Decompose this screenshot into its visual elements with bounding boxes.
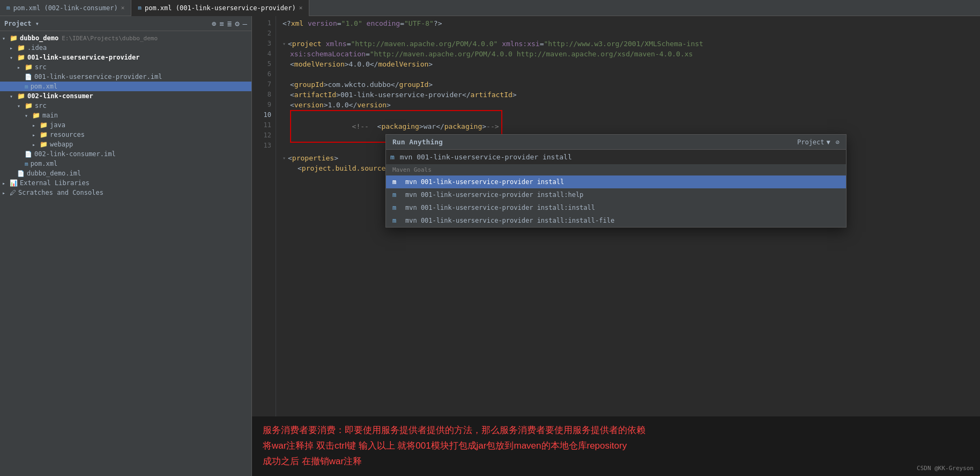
code-line-6 bbox=[283, 69, 980, 79]
run-anything-scope: Project ▼ ⊘ bbox=[797, 138, 840, 146]
options-icon[interactable]: ≣ bbox=[227, 19, 232, 28]
sublabel-dubbo-demo: E:\IDEA\Projects\dubbo_demo bbox=[62, 35, 158, 42]
m-icon-consumer-pom: m bbox=[25, 160, 28, 167]
sidebar-item-consumer-src[interactable]: 📁 src bbox=[0, 101, 251, 111]
arrow-consumer-resources bbox=[32, 132, 40, 138]
tab-pom-consumer-icon: m bbox=[6, 4, 10, 11]
sidebar-item-consumer-iml[interactable]: 📄 002-link-consumer.iml bbox=[0, 149, 251, 159]
folder-icon-provider-src: 📁 bbox=[25, 63, 33, 71]
sidebar-item-dubbo-iml[interactable]: 📄 dubbo_demo.iml bbox=[0, 169, 251, 178]
annotation-line-2: 将war注释掉 双击ctrl键 输入以上 就将001模块打包成jar包放到mav… bbox=[263, 438, 969, 454]
m-icon-provider-pom: m bbox=[25, 83, 28, 90]
tab-pom-consumer-close[interactable]: ✕ bbox=[121, 4, 125, 11]
sidebar-item-scratches[interactable]: 🖊 Scratches and Consoles bbox=[0, 188, 251, 197]
sidebar-item-external-libraries[interactable]: 📊 External Libraries bbox=[0, 178, 251, 188]
main-container: Project ▾ ⊕ ≡ ≣ ⚙ — 📁 dubbo_demo E:\IDEA… bbox=[0, 16, 980, 476]
sidebar-item-idea[interactable]: 📁 .idea bbox=[0, 43, 251, 53]
folder-icon-dubbo-demo: 📁 bbox=[10, 34, 18, 42]
arrow-consumer-java bbox=[32, 122, 40, 128]
annotation-line-3: 成功之后 在撤销war注释 bbox=[263, 454, 969, 470]
run-anything-title: Run Anything bbox=[392, 138, 443, 146]
minimize-icon[interactable]: — bbox=[243, 19, 247, 28]
suggestion-4-icon: m bbox=[392, 217, 401, 224]
label-scratches: Scratches and Consoles bbox=[18, 189, 103, 196]
label-consumer-webapp: webapp bbox=[50, 141, 73, 148]
tab-pom-provider-icon: m bbox=[138, 4, 142, 11]
editor-area: 1 2 3 4 5 6 7 8 9 10 11 12 13 bbox=[252, 16, 980, 476]
sidebar-item-consumer-pom[interactable]: m pom.xml bbox=[0, 159, 251, 169]
label-idea: .idea bbox=[27, 44, 47, 52]
suggestion-2-text: mvn 001-link-userservice-provider instal… bbox=[405, 191, 583, 199]
code-line-7: <groupId>com.wkcto.dubbo</groupId> bbox=[283, 79, 980, 90]
tree-view: 📁 dubbo_demo E:\IDEA\Projects\dubbo_demo… bbox=[0, 31, 251, 476]
tab-pom-provider-close[interactable]: ✕ bbox=[299, 4, 303, 11]
tab-pom-consumer[interactable]: m pom.xml (002-link-consumer) ✕ bbox=[0, 0, 131, 16]
sidebar-item-provider-iml[interactable]: 📄 001-link-userservice-provider.iml bbox=[0, 72, 251, 82]
label-provider-src: src bbox=[35, 63, 47, 71]
tab-bar: m pom.xml (002-link-consumer) ✕ m pom.xm… bbox=[0, 0, 980, 16]
run-suggestion-4[interactable]: m mvn 001-link-userservice-provider inst… bbox=[386, 214, 846, 227]
label-consumer-pom: pom.xml bbox=[31, 160, 58, 167]
annotation-line-1: 服务消费者要消费：即要使用服务提供者提供的方法，那么服务消费者要使用服务提供者的… bbox=[263, 423, 969, 438]
label-consumer-iml: 002-link-consumer.iml bbox=[34, 150, 116, 158]
run-anything-input[interactable] bbox=[400, 153, 842, 161]
folder-icon-idea: 📁 bbox=[17, 44, 25, 52]
run-anything-overlay: Run Anything Project ▼ ⊘ m Maven Goals m… bbox=[252, 134, 980, 228]
sidebar-item-consumer-webapp[interactable]: 📁 webapp bbox=[0, 140, 251, 149]
sidebar-item-provider-src[interactable]: 📁 src bbox=[0, 62, 251, 72]
arrow-consumer bbox=[10, 93, 17, 99]
sidebar-item-consumer-main[interactable]: 📁 main bbox=[0, 111, 251, 120]
run-anything-header: Run Anything Project ▼ ⊘ bbox=[386, 135, 846, 150]
tab-pom-provider[interactable]: m pom.xml (001-link-userservice-provider… bbox=[131, 0, 309, 16]
settings-icon[interactable]: ⚙ bbox=[235, 19, 239, 28]
arrow-external bbox=[2, 180, 10, 186]
filter-icon[interactable]: ⊘ bbox=[836, 138, 840, 146]
folder-icon-consumer: 📁 bbox=[17, 92, 25, 100]
scope-label: Project bbox=[797, 138, 825, 146]
arrow-scratches bbox=[2, 190, 10, 196]
sidebar: Project ▾ ⊕ ≡ ≣ ⚙ — 📁 dubbo_demo E:\IDEA… bbox=[0, 16, 252, 476]
suggestion-2-icon: m bbox=[392, 191, 401, 199]
run-suggestion-2[interactable]: m mvn 001-link-userservice-provider inst… bbox=[386, 188, 846, 201]
sidebar-item-provider-pom[interactable]: m pom.xml bbox=[0, 82, 251, 91]
arrow-provider-src bbox=[17, 64, 25, 70]
label-provider-iml: 001-link-userservice-provider.iml bbox=[34, 73, 162, 80]
folder-icon-consumer-resources: 📁 bbox=[40, 131, 48, 138]
bottom-annotation: 服务消费者要消费：即要使用服务提供者提供的方法，那么服务消费者要使用服务提供者的… bbox=[252, 416, 980, 476]
sidebar-item-provider-module[interactable]: 📁 001-link-userservice-provider bbox=[0, 53, 251, 62]
label-consumer: 002-link-consumer bbox=[27, 92, 93, 100]
label-provider: 001-link-userservice-provider bbox=[27, 54, 140, 61]
arrow-dubbo-demo bbox=[2, 35, 10, 41]
sidebar-item-consumer-java[interactable]: 📁 java bbox=[0, 120, 251, 130]
sort-icon[interactable]: ≡ bbox=[219, 19, 224, 28]
folder-icon-consumer-webapp: 📁 bbox=[40, 141, 48, 148]
run-input-m-icon: m bbox=[390, 153, 395, 161]
arrow-provider bbox=[10, 55, 17, 61]
maven-goals-label: Maven Goals bbox=[386, 164, 846, 175]
label-external-libraries: External Libraries bbox=[20, 179, 90, 187]
arrow-consumer-src bbox=[17, 103, 25, 109]
label-provider-pom: pom.xml bbox=[31, 83, 58, 90]
sidebar-title: Project ▾ bbox=[4, 20, 39, 27]
run-suggestion-1[interactable]: m mvn 001-link-userservice-provider inst… bbox=[386, 175, 846, 188]
sidebar-item-consumer-module[interactable]: 📁 002-link-consumer bbox=[0, 91, 251, 101]
label-dubbo-demo: dubbo_demo bbox=[20, 34, 58, 42]
tab-pom-consumer-label: pom.xml (002-link-consumer) bbox=[13, 4, 118, 12]
folder-icon-consumer-main: 📁 bbox=[32, 112, 40, 119]
suggestion-1-icon: m bbox=[392, 178, 401, 186]
sidebar-header: Project ▾ ⊕ ≡ ≣ ⚙ — bbox=[0, 16, 251, 31]
locate-icon[interactable]: ⊕ bbox=[212, 19, 216, 28]
code-line-4: xsi:schemaLocation="http://maven.apache.… bbox=[283, 49, 980, 59]
scope-dropdown-icon: ▼ bbox=[827, 138, 830, 146]
watermark: CSDN @KK-Greyson bbox=[917, 465, 974, 472]
fold-icon-3[interactable]: ▾ bbox=[283, 39, 286, 49]
suggestion-4-text: mvn 001-link-userservice-provider instal… bbox=[405, 217, 614, 224]
tab-pom-provider-label: pom.xml (001-link-userservice-provider) bbox=[145, 4, 296, 12]
bar-chart-icon: 📊 bbox=[10, 179, 18, 187]
sidebar-item-consumer-resources[interactable]: 📁 resources bbox=[0, 130, 251, 140]
run-suggestion-3[interactable]: m mvn 001-link-userservice-provider inst… bbox=[386, 201, 846, 214]
iml-icon-provider: 📄 bbox=[25, 74, 32, 80]
sidebar-item-dubbo-demo[interactable]: 📁 dubbo_demo E:\IDEA\Projects\dubbo_demo bbox=[0, 33, 251, 43]
run-anything-input-row: m bbox=[386, 150, 846, 164]
iml-icon-dubbo: 📄 bbox=[17, 170, 25, 177]
